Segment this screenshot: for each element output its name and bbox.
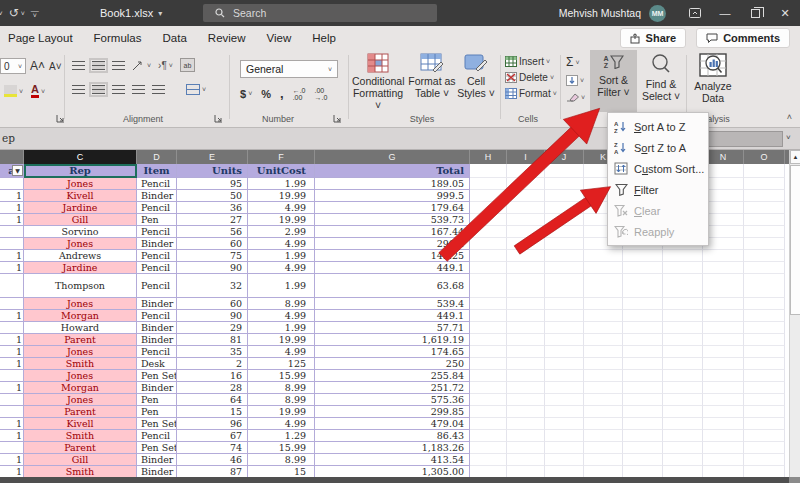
cell-item[interactable]: Pencil [137, 202, 177, 214]
cell-empty[interactable] [584, 262, 623, 274]
cell-units[interactable]: 81 [177, 334, 248, 346]
sort-filter-button[interactable]: AZ Sort &Filter ˅ [590, 50, 637, 112]
cell-item[interactable]: Desk [137, 358, 177, 370]
cell-empty[interactable] [507, 190, 545, 202]
cell-unitcost[interactable]: 19.99 [248, 334, 315, 346]
cell-total[interactable]: 174.65 [315, 346, 470, 358]
cell-empty[interactable] [507, 430, 545, 442]
column-header-C[interactable]: C [24, 150, 137, 164]
cell-units[interactable]: 95 [177, 178, 248, 190]
cell-empty[interactable] [470, 214, 507, 226]
cell-unitcost[interactable]: 1.99 [248, 178, 315, 190]
cell-empty[interactable] [470, 250, 507, 262]
cell-unitcost[interactable]: 19.99 [248, 214, 315, 226]
cell-empty[interactable] [744, 214, 785, 226]
cell-item[interactable]: Pen Set [137, 418, 177, 430]
cell-total[interactable]: 251.72 [315, 382, 470, 394]
cell-empty[interactable] [470, 394, 507, 406]
cell-empty[interactable] [703, 164, 744, 178]
cell-empty[interactable] [744, 322, 785, 334]
cell-b-fragment[interactable] [0, 322, 24, 334]
cell-empty[interactable] [470, 164, 507, 178]
cell-empty[interactable] [663, 430, 703, 442]
clear-button[interactable]: ˅ [566, 92, 585, 102]
cell-empty[interactable] [470, 418, 507, 430]
cell-empty[interactable] [545, 164, 584, 178]
insert-cells-button[interactable]: Insert˅ [505, 56, 557, 67]
font-size-input[interactable]: 0˅ [0, 58, 26, 74]
cell-empty[interactable] [663, 298, 703, 310]
cell-empty[interactable] [663, 406, 703, 418]
cell-empty[interactable] [663, 262, 703, 274]
cell-item[interactable]: Binder [137, 238, 177, 250]
cell-unitcost[interactable]: 8.99 [248, 298, 315, 310]
cell-empty[interactable] [545, 226, 584, 238]
cell-total[interactable]: 539.73 [315, 214, 470, 226]
cell-empty[interactable] [584, 394, 623, 406]
cell-empty[interactable] [470, 262, 507, 274]
cell-empty[interactable] [470, 370, 507, 382]
close-button[interactable]: ✕ [770, 0, 800, 26]
cell-empty[interactable] [623, 298, 663, 310]
title-caret-icon[interactable]: ▾ [158, 9, 162, 18]
increase-decimal-button[interactable]: ←.0.00 [293, 87, 306, 101]
cell-empty[interactable] [703, 430, 744, 442]
cell-empty[interactable] [545, 250, 584, 262]
cell-empty[interactable] [623, 370, 663, 382]
cell-item[interactable]: Binder [137, 322, 177, 334]
cell-item[interactable]: Binder [137, 190, 177, 202]
cell-empty[interactable] [703, 346, 744, 358]
cell-rep[interactable]: Kivell [24, 418, 137, 430]
cell-empty[interactable] [703, 322, 744, 334]
cell-empty[interactable] [703, 178, 744, 190]
cell-empty[interactable] [663, 358, 703, 370]
cell-empty[interactable] [545, 334, 584, 346]
cell-empty[interactable] [744, 190, 785, 202]
cell-unitcost[interactable]: 19.99 [248, 406, 315, 418]
align-top-button[interactable] [72, 61, 85, 70]
cell-header-units[interactable]: Units [177, 164, 248, 178]
cell-empty[interactable] [507, 310, 545, 322]
cell-empty[interactable] [584, 334, 623, 346]
cell-empty[interactable] [545, 430, 584, 442]
cell-units[interactable]: 36 [177, 202, 248, 214]
menu-item-filter[interactable]: Filter [608, 179, 708, 200]
cell-empty[interactable] [703, 382, 744, 394]
decrease-indent-button[interactable] [132, 85, 145, 94]
cell-units[interactable]: 32 [177, 274, 248, 298]
cell-empty[interactable] [703, 406, 744, 418]
cell-unitcost[interactable]: 4.99 [248, 238, 315, 250]
cell-empty[interactable] [584, 250, 623, 262]
cell-empty[interactable] [703, 358, 744, 370]
show-paragraph-button[interactable]: ›¶˅ [158, 60, 173, 71]
cell-item[interactable]: Binder [137, 382, 177, 394]
user-name[interactable]: Mehvish Mushtaq [559, 7, 641, 19]
cell-empty[interactable] [703, 250, 744, 262]
cell-units[interactable]: 16 [177, 370, 248, 382]
cell-units[interactable]: 64 [177, 394, 248, 406]
cell-item[interactable]: Pencil [137, 310, 177, 322]
cell-units[interactable]: 15 [177, 406, 248, 418]
cell-units[interactable]: 27 [177, 214, 248, 226]
cell-empty[interactable] [744, 262, 785, 274]
cell-b-fragment[interactable] [0, 238, 24, 250]
cell-rep[interactable]: Andrews [24, 250, 137, 262]
cell-rep[interactable]: Thompson [24, 274, 137, 298]
column-header-I[interactable]: I [507, 150, 545, 164]
cell-empty[interactable] [703, 418, 744, 430]
cell-item[interactable]: Pen Set [137, 442, 177, 454]
cell-total[interactable]: 1,619.19 [315, 334, 470, 346]
cell-empty[interactable] [663, 322, 703, 334]
cell-rep[interactable]: Jones [24, 346, 137, 358]
cell-empty[interactable] [744, 178, 785, 190]
cell-empty[interactable] [584, 406, 623, 418]
cell-empty[interactable] [703, 454, 744, 466]
cell-total[interactable]: 167.44 [315, 226, 470, 238]
cell-empty[interactable] [470, 178, 507, 190]
formula-bar-field[interactable] [706, 131, 783, 147]
cell-unitcost[interactable]: 1.99 [248, 250, 315, 262]
cell-rep[interactable]: Jardine [24, 202, 137, 214]
cell-empty[interactable] [744, 430, 785, 442]
cell-unitcost[interactable]: 4.99 [248, 202, 315, 214]
cell-units[interactable]: 46 [177, 454, 248, 466]
